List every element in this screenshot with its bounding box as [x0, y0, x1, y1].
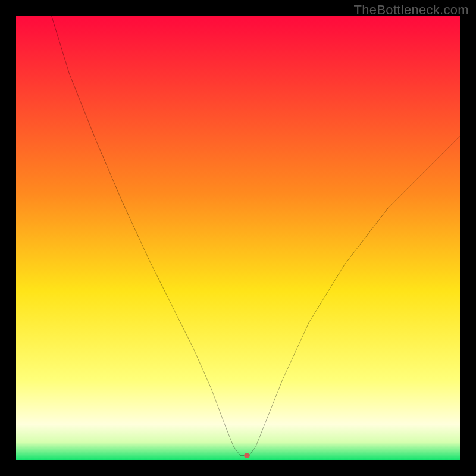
chart-frame: TheBottleneck.com [0, 0, 476, 476]
gradient-background [16, 16, 460, 460]
optimal-point-marker [244, 453, 250, 458]
plot-area [16, 16, 460, 460]
plot-svg [16, 16, 460, 460]
watermark-text: TheBottleneck.com [354, 2, 469, 18]
